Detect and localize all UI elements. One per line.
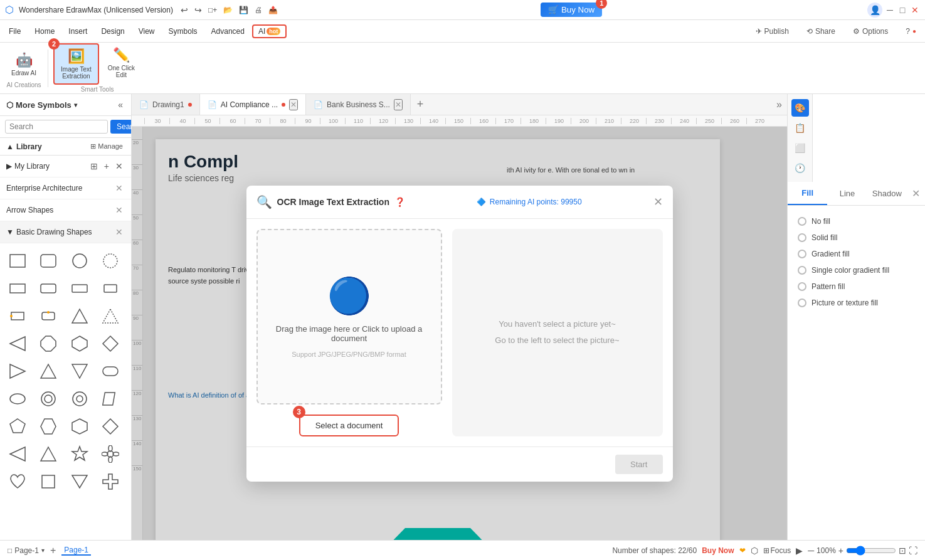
arrow-shapes-section[interactable]: Arrow Shapes ✕: [0, 199, 131, 221]
search-button[interactable]: Search: [110, 120, 132, 134]
shape-diamond[interactable]: [98, 331, 123, 356]
print-button[interactable]: 🖨: [252, 4, 265, 16]
shape-rect5[interactable]: [36, 469, 61, 494]
radio-pattern-fill[interactable]: [798, 282, 806, 291]
shape-hexagon[interactable]: [67, 331, 92, 356]
zoom-in-button[interactable]: +: [838, 546, 843, 556]
buy-now-button[interactable]: 🛒 Buy Now: [541, 3, 602, 17]
page-icon-button[interactable]: □: [8, 546, 12, 555]
shape-round-rect[interactable]: [98, 359, 123, 384]
select-document-button[interactable]: Select a document: [299, 415, 399, 436]
shape-diamond2[interactable]: [98, 414, 123, 439]
fullscreen-button[interactable]: ⛶: [909, 546, 917, 556]
menu-design[interactable]: Design: [95, 24, 130, 38]
my-library-section[interactable]: ▶ My Library ⊞ + ✕: [0, 156, 131, 177]
fill-option-solid[interactable]: Solid fill: [795, 230, 917, 246]
radio-single-gradient[interactable]: [798, 266, 806, 275]
tab-line[interactable]: Line: [827, 182, 867, 204]
shape-plus[interactable]: [98, 469, 123, 494]
search-input[interactable]: [5, 120, 108, 134]
modal-help-icon[interactable]: ❓: [394, 197, 405, 207]
tab-shadow[interactable]: Shadow: [867, 182, 907, 204]
shape-ring2[interactable]: [67, 386, 92, 411]
maximize-button[interactable]: □: [897, 5, 907, 15]
layers-button[interactable]: ⬡: [751, 546, 758, 556]
menu-advanced[interactable]: Advanced: [205, 24, 251, 38]
shape-tri2[interactable]: [36, 359, 61, 384]
tab-fill[interactable]: Fill: [788, 182, 827, 205]
current-page[interactable]: Page-1: [61, 546, 91, 556]
new-button[interactable]: □+: [206, 4, 219, 16]
add-tab-button[interactable]: +: [411, 95, 430, 114]
play-button[interactable]: ▶: [796, 546, 803, 556]
one-click-edit-button[interactable]: ✏️ One Click Edit: [102, 43, 141, 85]
fill-option-single-gradient[interactable]: Single color gradient fill: [795, 262, 917, 278]
minimize-button[interactable]: ─: [885, 5, 895, 15]
close-enterprise-arch-button[interactable]: ✕: [114, 182, 125, 194]
avatar-button[interactable]: 👤: [867, 3, 882, 18]
close-library-button[interactable]: ✕: [114, 161, 125, 172]
tab-bank-business[interactable]: 📄 Bank Business S... ✕: [306, 94, 411, 115]
close-basic-shapes-button[interactable]: ✕: [114, 226, 125, 238]
start-button[interactable]: Start: [615, 455, 662, 474]
menu-home[interactable]: Home: [28, 24, 61, 38]
shape-hexagon3[interactable]: [67, 414, 92, 439]
sidebar-collapse-button[interactable]: «: [116, 99, 125, 110]
share-button[interactable]: ⟲ Share: [800, 24, 842, 38]
open-button[interactable]: 📂: [221, 4, 235, 16]
close-arrow-shapes-button[interactable]: ✕: [114, 204, 125, 216]
close-app-button[interactable]: ✕: [910, 5, 920, 15]
shape-diamond-dot[interactable]: [5, 304, 30, 329]
image-extraction-button[interactable]: 🖼️ Image Text Extraction: [53, 43, 99, 85]
shape-circle[interactable]: [67, 248, 92, 273]
shape-icon-button[interactable]: ⬜: [791, 139, 809, 157]
history-icon-button[interactable]: 🕐: [791, 159, 809, 177]
fit-screen-button[interactable]: ⊡: [899, 546, 906, 556]
shape-rect3[interactable]: [67, 276, 92, 301]
shape-circle-outline[interactable]: [98, 248, 123, 273]
shape-tri3[interactable]: [67, 359, 92, 384]
close-panel-button[interactable]: ✕: [907, 182, 925, 204]
shape-tri6[interactable]: [67, 469, 92, 494]
menu-symbols[interactable]: Symbols: [162, 24, 204, 38]
shape-octagon[interactable]: [36, 331, 61, 356]
redo-button[interactable]: ↪: [192, 4, 204, 16]
radio-no-fill[interactable]: [798, 217, 806, 226]
close-tab-bank[interactable]: ✕: [394, 99, 403, 110]
radio-picture-fill[interactable]: [798, 298, 806, 307]
menu-file[interactable]: File: [3, 24, 27, 38]
export-button[interactable]: 📤: [266, 4, 280, 16]
shape-tri5[interactable]: [36, 441, 61, 467]
fill-option-gradient[interactable]: Gradient fill: [795, 246, 917, 262]
undo-button[interactable]: ↩: [178, 4, 191, 16]
shape-star[interactable]: [67, 441, 92, 467]
zoom-out-button[interactable]: ─: [808, 546, 814, 556]
focus-button[interactable]: ⊞ Focus: [763, 546, 791, 555]
line-icon-button[interactable]: 📋: [791, 119, 809, 137]
shape-diamond-dot2[interactable]: [36, 304, 61, 329]
enterprise-arch-section[interactable]: Enterprise Architecture ✕: [0, 177, 131, 199]
shape-hexagon2[interactable]: [36, 414, 61, 439]
shape-flower[interactable]: [98, 441, 123, 467]
shape-triangle[interactable]: [67, 304, 92, 329]
fill-option-pattern[interactable]: Pattern fill: [795, 278, 917, 295]
upload-zone[interactable]: 🔵 Drag the image here or Click to upload…: [256, 229, 442, 404]
fill-option-picture[interactable]: Picture or texture fill: [795, 295, 917, 311]
shape-rect-rounded[interactable]: [36, 248, 61, 273]
shape-heart[interactable]: [5, 469, 30, 494]
help-button[interactable]: ? ●: [899, 24, 922, 38]
menu-ai[interactable]: AI hot: [252, 24, 287, 38]
shape-ellipse[interactable]: [5, 386, 30, 411]
save-button[interactable]: 💾: [236, 4, 251, 16]
shape-rect4[interactable]: [98, 276, 123, 301]
zoom-slider[interactable]: [846, 546, 896, 556]
options-button[interactable]: ⚙ Options: [847, 24, 894, 38]
edraw-ai-button[interactable]: 🤖 Edraw AI: [5, 48, 43, 80]
add-page-button[interactable]: +: [48, 544, 58, 557]
modal-close-button[interactable]: ✕: [653, 195, 663, 209]
shape-rect2[interactable]: [5, 276, 30, 301]
shape-rect-rounded2[interactable]: [36, 276, 61, 301]
radio-gradient-fill[interactable]: [798, 250, 806, 258]
basic-drawing-section[interactable]: ▼ Basic Drawing Shapes ✕: [0, 221, 131, 243]
canvas-wrapper[interactable]: 20 30 40 50 60 70 80 90 100 110 120 130 …: [132, 127, 787, 540]
